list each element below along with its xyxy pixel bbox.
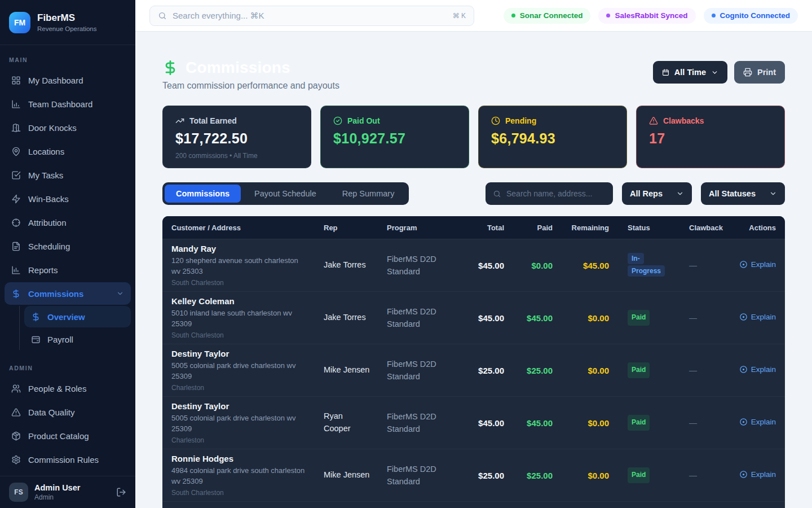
remaining-cell: $45.00 [568,261,625,270]
status-cell: Paid [625,362,682,378]
sidebar-item-commissions[interactable]: Commissions [5,282,131,305]
customer-city: South Charleston [171,489,317,497]
program-cell: FiberMS D2D Standard [380,253,469,278]
dollar-icon [11,289,21,299]
chart-icon [11,99,21,109]
status-badge: Paid [628,415,650,431]
explain-button[interactable]: Explain [739,365,776,374]
customer-cell: Destiny Taylor5005 colonial park drive c… [171,401,317,444]
sidebar-item-win-backs[interactable]: Win-Backs [5,187,131,210]
sidebar-item-data-quality[interactable]: Data Quality [5,401,131,423]
status-badge: Paid [628,310,650,326]
sidebar-item-reports[interactable]: Reports [5,259,131,281]
global-search-input[interactable] [173,11,447,20]
paid-cell: $25.00 [520,366,568,375]
status-dot-icon [606,14,610,17]
logout-icon[interactable] [116,487,126,497]
avatar: FS [9,483,28,502]
search-shortcut: ⌘ K [453,12,466,20]
column-header-clawback: Clawback [682,224,739,232]
tab-commissions[interactable]: Commissions [165,185,241,203]
main-area: ⌘ K Sonar ConnectedSalesRabbit SyncedCog… [135,0,812,508]
clawback-cell: — [682,366,739,375]
reps-filter[interactable]: All Reps [622,182,692,205]
status-cell: In-Progress [625,253,682,277]
explain-button[interactable]: Explain [739,260,776,269]
program-cell: FiberMS D2D Standard [380,410,469,436]
customer-address: 4984 colonial park drive south charlesto… [171,466,317,487]
table-search[interactable] [486,182,613,205]
customer-name: Kelley Coleman [171,296,317,306]
actions-cell: Explain [739,418,776,428]
sidebar-item-my-dashboard[interactable]: My Dashboard [5,69,131,91]
paid-cell: $45.00 [520,418,568,428]
paid-cell: $45.00 [520,313,568,323]
status-cell: Paid [625,310,682,326]
commissions-table: Customer / AddressRepProgramTotalPaidRem… [162,216,785,508]
explain-button[interactable]: Explain [739,313,776,321]
zap-icon [11,194,21,204]
sidebar-item-payroll[interactable]: Payroll [24,329,131,350]
stat-card-pending: Pending$6,794.93 [478,106,627,168]
program-cell: FiberMS D2D Standard [380,305,469,331]
remaining-cell: $0.00 [568,366,625,375]
wallet-icon [31,335,41,344]
table-search-input[interactable] [506,189,606,198]
sidebar-item-scheduling[interactable]: Scheduling [5,235,131,257]
sidebar-item-attribution[interactable]: Attribution [5,211,131,234]
topbar: ⌘ K Sonar ConnectedSalesRabbit SyncedCog… [135,0,812,32]
sidebar-item-overview[interactable]: Overview [24,306,131,327]
explain-button[interactable]: Explain [739,470,776,479]
door-icon [11,123,21,133]
sidebar-nav: MAINMy DashboardTeam DashboardDoor Knock… [0,45,135,476]
rep-cell: Jake Torres [317,259,380,271]
explain-button[interactable]: Explain [739,418,776,426]
sidebar-item-commission-rules[interactable]: Commission Rules [5,448,131,471]
actions-cell: Explain [739,470,776,481]
sidebar-item-team-dashboard[interactable]: Team Dashboard [5,93,131,115]
sidebar-item-locations[interactable]: Locations [5,140,131,163]
global-search[interactable]: ⌘ K [149,6,474,26]
alert-triangle-icon [11,408,21,417]
stat-label: Paid Out [347,116,380,125]
sidebar-item-product-catalog[interactable]: Product Catalog [5,424,131,447]
brand-logo: FM [9,12,30,33]
total-cell: $25.00 [469,366,520,375]
file-icon [11,242,21,251]
column-header-remaining: Remaining [568,224,625,232]
rep-cell: Jake Torres [317,312,380,324]
user-card[interactable]: FS Admin User Admin [0,476,135,508]
tab-rep-summary[interactable]: Rep Summary [330,185,407,203]
print-button[interactable]: Print [734,61,785,84]
total-cell: $45.00 [469,418,520,428]
clawback-cell: — [682,418,739,427]
total-cell: $45.00 [469,313,520,323]
customer-name: Ronnie Hodges [171,454,317,463]
user-name: Admin User [34,483,80,492]
eye-icon [739,470,748,479]
statuses-filter[interactable]: All Statuses [701,182,785,205]
stat-cards: Total Earned$17,722.50200 commissions • … [162,106,785,168]
gear-icon [11,455,21,465]
table-row [162,501,785,508]
brand-subtitle: Revenue Operations [37,25,96,32]
customer-cell: Kelley Coleman5010 inland lane south cha… [171,296,317,339]
chevron-down-icon [711,69,718,76]
sidebar-item-my-tasks[interactable]: My Tasks [5,164,131,186]
status-badge: Paid [628,362,650,378]
customer-city: Charleston [171,384,317,392]
sidebar-item-people-roles[interactable]: People & Roles [5,377,131,400]
tab-payout-schedule[interactable]: Payout Schedule [242,185,329,203]
paid-cell: $25.00 [520,471,568,480]
sidebar-item-door-knocks[interactable]: Door Knocks [5,116,131,139]
status-dot-icon [511,14,515,17]
page-title: Commissions [186,59,290,77]
actions-cell: Explain [739,365,776,376]
rep-cell: Mike Jensen [317,364,380,376]
clawback-cell: — [682,471,739,480]
remaining-cell: $0.00 [568,313,625,323]
sonar-connected-badge: Sonar Connected [504,8,591,24]
time-filter-button[interactable]: All Time [653,61,727,84]
clock-icon [491,116,500,125]
remaining-cell: $0.00 [568,471,625,480]
